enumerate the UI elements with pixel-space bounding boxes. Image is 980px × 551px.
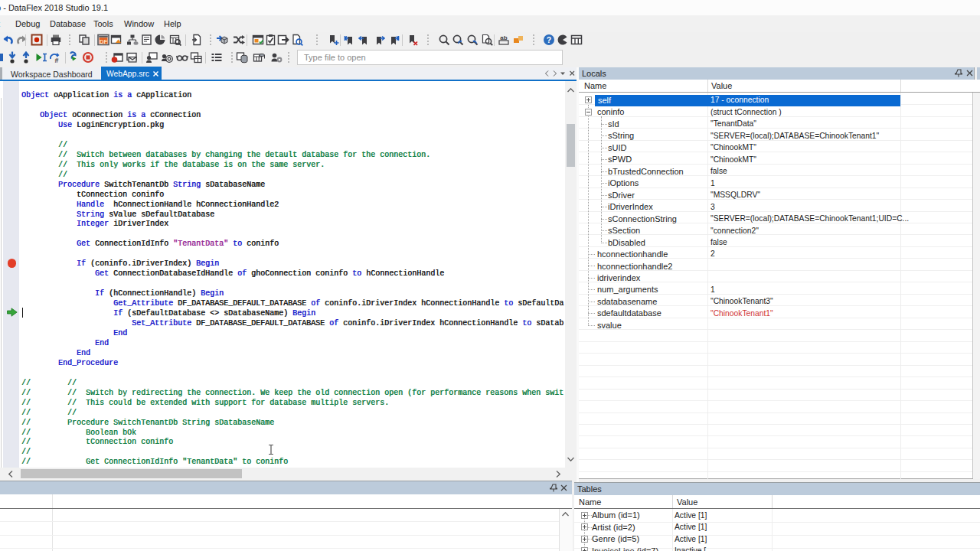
svg-text:?: ?	[547, 35, 551, 44]
svg-text:DF: DF	[100, 38, 107, 45]
svg-text:#: #	[54, 57, 58, 64]
